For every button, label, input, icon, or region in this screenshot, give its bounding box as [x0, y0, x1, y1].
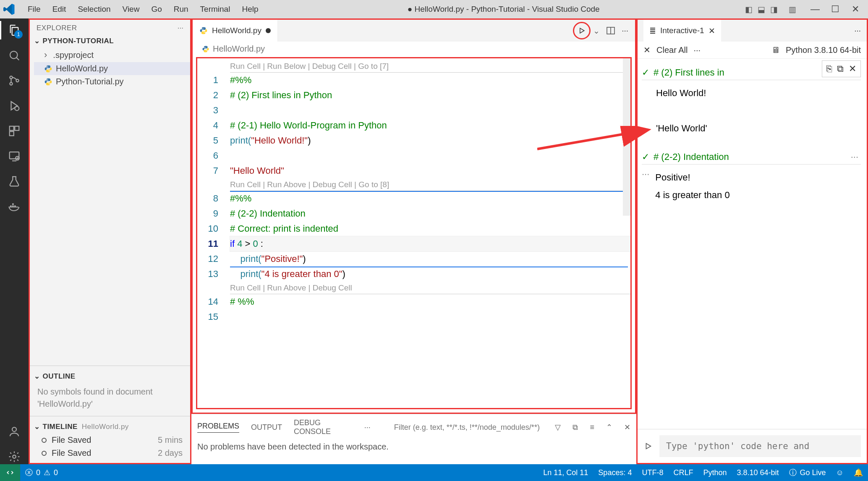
menubar: File Edit Selection View Go Run Terminal… — [22, 2, 264, 16]
window-minimize-icon[interactable]: — — [806, 4, 824, 15]
svg-rect-5 — [10, 126, 14, 131]
minimap[interactable] — [623, 58, 630, 408]
interactive-more-icon[interactable]: ··· — [854, 26, 861, 35]
status-feedback-icon[interactable]: ☺ — [831, 468, 849, 477]
svg-point-3 — [16, 79, 18, 82]
vscode-logo-icon — [3, 3, 15, 15]
menu-selection[interactable]: Selection — [72, 2, 116, 16]
delete-cell-icon[interactable]: ✕ — [849, 63, 856, 74]
status-spaces[interactable]: Spaces: 4 — [593, 468, 637, 477]
settings-gear-icon[interactable] — [7, 449, 22, 464]
codelens-cell2[interactable]: Run Cell | Run Above | Debug Cell | Go t… — [230, 178, 630, 191]
layout-customize-icon[interactable]: ▥ — [787, 5, 798, 14]
extensions-icon[interactable] — [7, 123, 22, 139]
panel-tab-debug[interactable]: DEBUG CONSOLE — [294, 418, 353, 436]
cell1-output: Hello World! 'Hello World' — [642, 84, 861, 137]
outline-header[interactable]: ⌄OUTLINE — [30, 369, 190, 383]
sidebar: EXPLORER ··· ⌄ PYTHON-TUTORIAL .spyproje… — [29, 18, 191, 464]
interactive-tab[interactable]: ≣ Interactive-1 ✕ — [643, 20, 721, 42]
window-maximize-icon[interactable]: ☐ — [826, 4, 844, 15]
remote-indicator[interactable] — [0, 464, 20, 481]
explorer-icon[interactable]: 1 — [7, 23, 22, 38]
project-header[interactable]: ⌄ PYTHON-TUTORIAL — [30, 34, 190, 48]
svg-point-4 — [15, 106, 19, 110]
codelens-cell3[interactable]: Run Cell | Run Above | Debug Cell — [230, 282, 630, 294]
layout-panel-icon[interactable]: ⬓ — [756, 5, 767, 14]
status-cursor[interactable]: Ln 11, Col 11 — [538, 468, 593, 477]
docker-icon[interactable] — [7, 199, 22, 214]
editor-tab-helloworld[interactable]: HelloWorld.py — [193, 20, 278, 42]
cell-gutter-more-icon[interactable]: ··· — [642, 169, 649, 204]
check-icon: ✓ — [642, 67, 649, 78]
account-icon[interactable] — [7, 424, 22, 439]
annotation-arrow — [537, 126, 655, 155]
menu-help[interactable]: Help — [236, 2, 264, 16]
timeline-item[interactable]: File Saved5 mins — [30, 434, 190, 447]
status-language[interactable]: Python — [698, 468, 732, 477]
tree-file-tutorial[interactable]: Python-Tutorial.py — [34, 75, 190, 88]
editor-tabbar: HelloWorld.py ⌄ ··· — [193, 20, 635, 42]
panel-tab-problems[interactable]: PROBLEMS — [197, 422, 239, 433]
menu-go[interactable]: Go — [145, 2, 167, 16]
svg-point-14 — [12, 427, 16, 431]
window-close-icon[interactable]: ✕ — [846, 4, 865, 15]
status-encoding[interactable]: UTF-8 — [637, 468, 668, 477]
status-golive[interactable]: ⓘGo Live — [784, 468, 831, 478]
panel-more-icon[interactable]: ··· — [364, 423, 371, 432]
filter-icon[interactable]: ▽ — [555, 423, 561, 432]
kernel-label[interactable]: Python 3.8.10 64-bit — [786, 45, 861, 55]
titlebar: File Edit Selection View Go Run Terminal… — [0, 0, 868, 18]
collapse-all-icon[interactable]: ⧉ — [573, 423, 578, 432]
interactive-input[interactable] — [659, 435, 861, 457]
search-icon[interactable] — [7, 48, 22, 63]
status-problems[interactable]: ⓧ0 ⚠0 — [20, 468, 63, 478]
svg-rect-7 — [10, 131, 14, 136]
execute-input-icon[interactable] — [643, 442, 653, 451]
run-dropdown-icon[interactable]: ⌄ — [593, 26, 600, 36]
explorer-title: EXPLORER — [37, 24, 178, 32]
menu-edit[interactable]: Edit — [47, 2, 72, 16]
cell2-header[interactable]: ✓ # (2-2) Indentation ··· — [642, 150, 861, 165]
panel-close-icon[interactable]: ✕ — [624, 423, 630, 432]
window-title: ● HelloWorld.py - Python-Tutorial - Visu… — [264, 5, 743, 14]
codelens-cell1[interactable]: Run Cell | Run Below | Debug Cell | Go t… — [230, 60, 630, 73]
menu-run[interactable]: Run — [168, 2, 194, 16]
layout-sidebar-right-icon[interactable]: ◨ — [768, 5, 780, 14]
editor-more-icon[interactable]: ··· — [622, 26, 628, 35]
copy-icon[interactable]: ⎘ — [826, 63, 832, 74]
breadcrumb[interactable]: HelloWorld.py — [193, 42, 635, 56]
status-interpreter[interactable]: 3.8.10 64-bit — [732, 468, 784, 477]
menu-terminal[interactable]: Terminal — [194, 2, 236, 16]
timeline-header[interactable]: ⌄TIMELINEHelloWorld.py — [30, 420, 190, 434]
svg-rect-13 — [12, 204, 14, 205]
view-as-list-icon[interactable]: ≡ — [590, 423, 594, 432]
menu-file[interactable]: File — [22, 2, 47, 16]
layout-sidebar-left-icon[interactable]: ◧ — [743, 5, 755, 14]
tree-file-helloworld[interactable]: HelloWorld.py — [34, 62, 190, 75]
timeline-item[interactable]: File Saved2 days — [30, 447, 190, 460]
clear-all-button[interactable]: Clear All — [656, 45, 688, 55]
close-tab-icon[interactable]: ✕ — [709, 26, 715, 36]
cell2-output: Positive! 4 is greater than 0 — [652, 169, 729, 204]
problems-filter-input[interactable] — [394, 423, 544, 432]
interactive-toolbar-more-icon[interactable]: ··· — [693, 45, 701, 55]
run-debug-icon[interactable] — [7, 98, 22, 113]
split-editor-icon[interactable] — [606, 26, 616, 36]
run-cell-button[interactable] — [573, 22, 591, 39]
svg-point-1 — [10, 76, 12, 78]
svg-rect-6 — [15, 126, 19, 131]
panel-tab-output[interactable]: OUTPUT — [251, 423, 282, 432]
copy-code-icon[interactable]: ⧉ — [837, 63, 844, 74]
menu-view[interactable]: View — [117, 2, 146, 16]
source-control-icon[interactable] — [7, 73, 22, 88]
svg-point-2 — [10, 82, 12, 85]
testing-icon[interactable] — [7, 174, 22, 189]
status-notifications-icon[interactable]: 🔔 — [849, 468, 868, 477]
explorer-more-icon[interactable]: ··· — [178, 24, 183, 32]
panel-maximize-icon[interactable]: ⌃ — [606, 423, 612, 432]
tree-folder-spyproject[interactable]: .spyproject — [34, 48, 190, 62]
code-editor[interactable]: 1234567 8910111213 1415 Run Cell | Run B… — [196, 57, 632, 409]
status-eol[interactable]: CRLF — [668, 468, 698, 477]
clear-all-close-icon[interactable]: ✕ — [643, 45, 651, 55]
remote-explorer-icon[interactable] — [7, 149, 22, 164]
